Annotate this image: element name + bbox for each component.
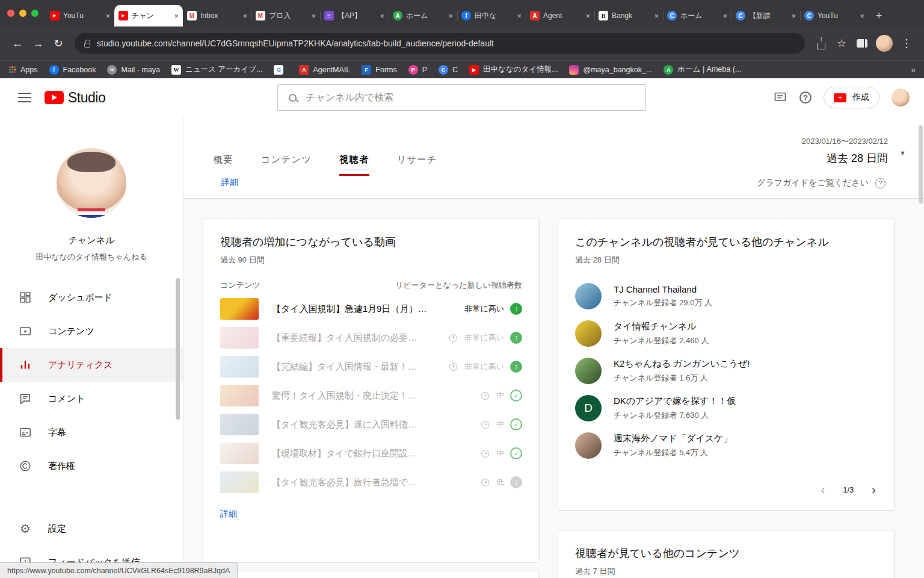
browser-tab[interactable]: C YouTu × — [800, 5, 869, 26]
video-row[interactable]: 【完結編】タイ入国情報・最新！… 非常に高い ↑ — [220, 352, 522, 381]
browser-tab[interactable]: C ホーム × — [663, 5, 732, 26]
channel-avatar[interactable] — [57, 148, 126, 218]
bookmark-item[interactable]: ✉ Mail - maya — [107, 65, 160, 75]
bookmark-item[interactable]: f Facebook — [49, 65, 96, 75]
browser-profile-avatar[interactable] — [876, 35, 893, 52]
prev-page-icon[interactable]: ‹ — [821, 483, 825, 497]
bookmark-item[interactable]: A AgentMAIL — [299, 65, 350, 75]
tab-overview[interactable]: 概要 — [214, 154, 233, 176]
search-input[interactable] — [306, 92, 635, 103]
help-icon[interactable]: ? — [875, 178, 886, 188]
see-more-link[interactable]: 詳細 — [221, 177, 238, 188]
back-icon[interactable]: ← — [7, 33, 28, 54]
bookmark-item[interactable]: ▶ 田中ななのタイ情報... — [469, 64, 558, 75]
sidebar-item-comments[interactable]: コメント — [0, 382, 183, 415]
channel-row[interactable]: D DKのアジアで嫁を探す！！仮 チャンネル登録者 7,630 人 — [575, 390, 877, 427]
sidebar-item-dashboard[interactable]: ダッシュボード — [0, 281, 183, 314]
close-tab-icon[interactable]: × — [174, 11, 179, 20]
account-avatar[interactable] — [892, 89, 910, 107]
chevron-down-icon[interactable]: ▼ — [899, 149, 906, 157]
bookmark-apps[interactable]: Apps — [8, 66, 38, 74]
feedback-icon[interactable] — [773, 90, 787, 105]
sidebar-item-settings[interactable]: ⚙ 設定 — [0, 512, 183, 545]
video-thumbnail[interactable] — [220, 414, 259, 435]
graph-guide-link[interactable]: グラフガイドをご覧ください — [757, 178, 869, 188]
browser-tab[interactable]: C 【新課 × — [732, 5, 800, 26]
video-row[interactable]: 【タイ観光客必見】遂に入国料徴… 中 ✓ — [220, 410, 522, 439]
browser-tab[interactable]: M Inbox × — [183, 5, 251, 26]
channel-row[interactable]: 週末海外ノマド「ダイスケ」 チャンネル登録者 5.4万 人 — [575, 427, 877, 464]
channel-avatar[interactable] — [575, 283, 602, 309]
bookmark-item[interactable]: C C — [439, 65, 458, 75]
channel-row[interactable]: K2ちゃんねる ガンガンいこうぜ! チャンネル登録者 1.6万 人 — [575, 352, 877, 390]
channel-avatar[interactable] — [575, 358, 602, 384]
browser-tab[interactable]: M プロ入 × — [251, 5, 320, 26]
sidebar-scrollbar[interactable] — [176, 278, 180, 420]
browser-tab[interactable]: ≡ 【AP】 × — [320, 5, 389, 26]
close-tab-icon[interactable]: × — [722, 11, 727, 20]
video-thumbnail[interactable] — [220, 298, 259, 320]
close-tab-icon[interactable]: × — [791, 11, 796, 20]
close-tab-icon[interactable]: × — [654, 11, 659, 20]
sidebar-item-subtitles[interactable]: 字幕 — [0, 415, 183, 449]
sidebar-item-copyright[interactable]: 著作権 — [0, 449, 183, 483]
tab-research[interactable]: リサーチ — [397, 154, 437, 176]
sidebar-item-content[interactable]: コンテンツ — [0, 314, 183, 348]
youtube-studio-logo[interactable]: Studio — [45, 90, 105, 106]
video-thumbnail[interactable] — [220, 327, 259, 349]
channel-row[interactable]: TJ Channel Thailand チャンネル登録者 29.0万 人 — [575, 278, 877, 315]
help-icon[interactable]: ? — [799, 92, 812, 104]
bookmark-item[interactable]: F Forms — [362, 65, 396, 75]
address-bar[interactable]: studio.youtube.com/channel/UC7dGSmnqshEU… — [75, 33, 805, 54]
close-tab-icon[interactable]: × — [380, 11, 384, 20]
bookmark-item[interactable]: W ニュース アーカイブ... — [171, 64, 262, 75]
channel-avatar[interactable] — [575, 432, 602, 459]
browser-tab[interactable]: A Agent × — [526, 5, 594, 26]
bookmark-item[interactable]: P P — [408, 65, 427, 75]
share-icon[interactable] — [811, 33, 831, 54]
window-minimize-button[interactable] — [19, 10, 26, 17]
close-tab-icon[interactable]: × — [311, 11, 316, 20]
video-row[interactable]: 【重要続報】タイ入国規制の必要… 非常に高い ↑ — [220, 323, 522, 352]
create-button[interactable]: + 作成 — [824, 87, 879, 108]
date-range-picker[interactable]: 2023/01/16〜2023/02/12 過去 28 日間 — [802, 136, 888, 166]
video-thumbnail[interactable] — [220, 443, 259, 464]
side-panel-icon[interactable] — [852, 33, 872, 54]
close-tab-icon[interactable]: × — [585, 11, 590, 20]
browser-tab[interactable]: ▶ YouTu × — [46, 5, 114, 26]
forward-icon[interactable]: → — [28, 33, 48, 54]
hamburger-menu-icon[interactable] — [18, 93, 31, 102]
video-thumbnail[interactable] — [220, 356, 259, 378]
video-row[interactable]: 驚愕！タイ入国規制・廃止決定！… 中 ✓ — [220, 381, 522, 410]
browser-menu-icon[interactable]: ⋮ — [896, 33, 917, 54]
browser-tab[interactable]: f 田中な × — [457, 5, 526, 26]
browser-tab[interactable]: A ホーム × — [389, 5, 457, 26]
video-thumbnail[interactable] — [220, 471, 259, 493]
bookmark-item[interactable]: @maya_bangkok_... — [569, 65, 652, 75]
bookmark-star-icon[interactable]: ☆ — [831, 33, 852, 54]
new-tab-button[interactable]: + — [869, 5, 889, 26]
window-zoom-button[interactable] — [31, 10, 38, 17]
bookmark-item[interactable]: A ホーム | Ameba (... — [664, 64, 741, 75]
browser-tab[interactable]: B Bangk × — [594, 5, 663, 26]
close-tab-icon[interactable]: × — [105, 11, 110, 20]
detail-link[interactable]: 詳細 — [220, 509, 237, 520]
bookmark-item[interactable]: G — [274, 65, 288, 75]
tab-content[interactable]: コンテンツ — [261, 154, 312, 176]
close-tab-icon[interactable]: × — [860, 11, 864, 20]
next-page-icon[interactable]: › — [872, 483, 876, 497]
close-tab-icon[interactable]: × — [448, 11, 453, 20]
video-row[interactable]: 【タイ入国規制】急遽1月9日（月）… 非常に高い ↑ — [220, 294, 522, 323]
channel-row[interactable]: タイ情報チャンネル チャンネル登録者 2,460 人 — [575, 315, 877, 352]
close-tab-icon[interactable]: × — [242, 11, 247, 20]
tab-audience[interactable]: 視聴者 — [339, 154, 369, 176]
close-tab-icon[interactable]: × — [517, 11, 522, 20]
browser-tab-active[interactable]: ▶ チャン × — [114, 5, 183, 26]
video-thumbnail[interactable] — [220, 385, 259, 406]
bookmarks-overflow-icon[interactable]: » — [911, 65, 916, 75]
lock-icon[interactable] — [84, 43, 90, 48]
page-scrollbar[interactable] — [919, 125, 923, 204]
window-close-button[interactable] — [7, 10, 14, 17]
sidebar-item-analytics[interactable]: アナリティクス — [0, 348, 183, 382]
video-row[interactable]: 【現場取材】タイで銀行口座開設… 中 ✓ — [220, 439, 522, 468]
